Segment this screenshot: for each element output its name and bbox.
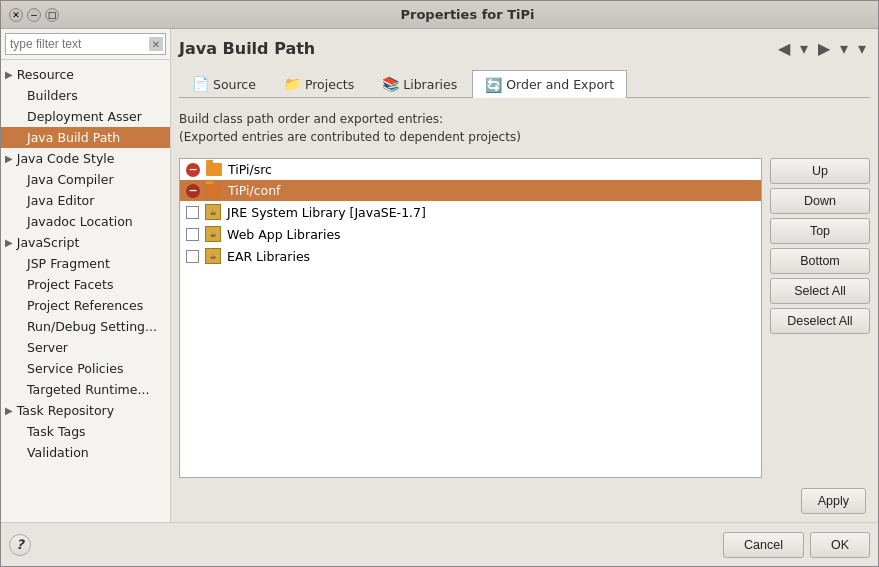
- description-line1: Build class path order and exported entr…: [179, 110, 870, 128]
- expand-arrow: ▶: [5, 405, 13, 416]
- sidebar-item-label: Task Tags: [27, 424, 86, 439]
- sidebar-item-task-tags[interactable]: Task Tags: [1, 421, 170, 442]
- description-line2: (Exported entries are contributed to dep…: [179, 128, 870, 146]
- window-title: Properties for TiPi: [65, 7, 870, 22]
- ok-button[interactable]: OK: [810, 532, 870, 558]
- jar-icon: ☕: [205, 204, 221, 220]
- entry-label: JRE System Library [JavaSE-1.7]: [227, 205, 755, 220]
- sidebar-item-label: Java Code Style: [17, 151, 115, 166]
- entry-tipi-src[interactable]: − TiPi/src: [180, 159, 761, 180]
- sidebar-item-label: JavaScript: [17, 235, 80, 250]
- top-button[interactable]: Top: [770, 218, 870, 244]
- properties-window: ✕ − □ Properties for TiPi ✕ ▶ Resource: [0, 0, 879, 567]
- sidebar-item-targeted-runtimes[interactable]: Targeted Runtime...: [1, 379, 170, 400]
- maximize-button[interactable]: □: [45, 8, 59, 22]
- tab-order-export[interactable]: 🔄 Order and Export: [472, 70, 627, 98]
- bottom-button[interactable]: Bottom: [770, 248, 870, 274]
- sidebar-item-project-facets[interactable]: Project Facets: [1, 274, 170, 295]
- entry-label: TiPi/src: [228, 162, 755, 177]
- sidebar-item-javadoc[interactable]: Javadoc Location: [1, 211, 170, 232]
- sidebar-item-jsp[interactable]: JSP Fragment: [1, 253, 170, 274]
- sidebar-item-label: Validation: [27, 445, 89, 460]
- sidebar-item-java-editor[interactable]: Java Editor: [1, 190, 170, 211]
- sidebar-item-label: Targeted Runtime...: [27, 382, 149, 397]
- folder-icon: [206, 163, 222, 176]
- back-button[interactable]: ◀: [774, 37, 794, 60]
- sidebar-item-label: Deployment Asser: [27, 109, 142, 124]
- filter-clear-button[interactable]: ✕: [149, 37, 163, 51]
- sidebar-item-server[interactable]: Server: [1, 337, 170, 358]
- tab-source[interactable]: 📄 Source: [179, 70, 269, 97]
- select-all-button[interactable]: Select All: [770, 278, 870, 304]
- minimize-button[interactable]: −: [27, 8, 41, 22]
- libraries-tab-icon: 📚: [382, 76, 399, 92]
- cancel-button[interactable]: Cancel: [723, 532, 804, 558]
- entry-tipi-conf[interactable]: − TiPi/conf: [180, 180, 761, 201]
- source-tab-icon: 📄: [192, 76, 209, 92]
- sidebar-item-java-code-style[interactable]: ▶ Java Code Style: [1, 148, 170, 169]
- sidebar-item-label: Java Editor: [27, 193, 94, 208]
- sidebar-item-validation[interactable]: Validation: [1, 442, 170, 463]
- sidebar-item-project-references[interactable]: Project References: [1, 295, 170, 316]
- sidebar-item-label: Task Repository: [17, 403, 114, 418]
- content-area: − TiPi/src − TiPi/conf ☕ JRE System: [179, 158, 870, 478]
- tab-libraries[interactable]: 📚 Libraries: [369, 70, 470, 97]
- sidebar-item-label: JSP Fragment: [27, 256, 110, 271]
- down-button[interactable]: Down: [770, 188, 870, 214]
- minus-icon: −: [186, 163, 200, 177]
- jar-icon: ☕: [205, 226, 221, 242]
- entry-web-app-libs[interactable]: ☕ Web App Libraries: [180, 223, 761, 245]
- deselect-all-button[interactable]: Deselect All: [770, 308, 870, 334]
- sidebar-item-label: Builders: [27, 88, 78, 103]
- sidebar-item-label: Server: [27, 340, 68, 355]
- main-content: ✕ ▶ Resource Builders Deployment Asser: [1, 29, 878, 522]
- search-input[interactable]: [5, 33, 166, 55]
- sidebar-item-label: Java Build Path: [27, 130, 120, 145]
- bottom-bar: ? Cancel OK: [1, 522, 878, 566]
- panel-header: Java Build Path ◀ ▾ ▶ ▾ ▾: [179, 37, 870, 60]
- sidebar-item-java-compiler[interactable]: Java Compiler: [1, 169, 170, 190]
- help-button[interactable]: ?: [9, 534, 31, 556]
- tab-projects[interactable]: 📁 Projects: [271, 70, 367, 97]
- back-dropdown[interactable]: ▾: [796, 37, 812, 60]
- jar-icon: ☕: [205, 248, 221, 264]
- tab-projects-label: Projects: [305, 77, 354, 92]
- sidebar-item-label: Project Facets: [27, 277, 113, 292]
- entry-checkbox[interactable]: [186, 228, 199, 241]
- entry-label: EAR Libraries: [227, 249, 755, 264]
- sidebar-item-task-repository[interactable]: ▶ Task Repository: [1, 400, 170, 421]
- titlebar: ✕ − □ Properties for TiPi: [1, 1, 878, 29]
- entry-checkbox[interactable]: [186, 206, 199, 219]
- close-button[interactable]: ✕: [9, 8, 23, 22]
- apply-button[interactable]: Apply: [801, 488, 866, 514]
- entry-ear-libraries[interactable]: ☕ EAR Libraries: [180, 245, 761, 267]
- sidebar-item-resource[interactable]: ▶ Resource: [1, 64, 170, 85]
- sidebar-item-javascript[interactable]: ▶ JavaScript: [1, 232, 170, 253]
- projects-tab-icon: 📁: [284, 76, 301, 92]
- entry-label: TiPi/conf: [228, 183, 755, 198]
- more-button[interactable]: ▾: [854, 37, 870, 60]
- nav-buttons: ◀ ▾ ▶ ▾ ▾: [774, 37, 870, 60]
- sidebar-item-label: Javadoc Location: [27, 214, 133, 229]
- entry-label: Web App Libraries: [227, 227, 755, 242]
- entry-jre-system[interactable]: ☕ JRE System Library [JavaSE-1.7]: [180, 201, 761, 223]
- tab-order-export-label: Order and Export: [506, 77, 614, 92]
- sidebar-item-run-debug[interactable]: Run/Debug Setting...: [1, 316, 170, 337]
- forward-button[interactable]: ▶: [814, 37, 834, 60]
- filter-box: ✕: [1, 29, 170, 60]
- sidebar-item-label: Service Policies: [27, 361, 123, 376]
- entries-list: − TiPi/src − TiPi/conf ☕ JRE System: [179, 158, 762, 478]
- entry-checkbox[interactable]: [186, 250, 199, 263]
- forward-dropdown[interactable]: ▾: [836, 37, 852, 60]
- sidebar-item-java-build-path[interactable]: Java Build Path: [1, 127, 170, 148]
- sidebar-item-label: Java Compiler: [27, 172, 114, 187]
- description: Build class path order and exported entr…: [179, 110, 870, 146]
- sidebar-list: ▶ Resource Builders Deployment Asser Jav…: [1, 60, 170, 522]
- sidebar-item-deployment[interactable]: Deployment Asser: [1, 106, 170, 127]
- apply-row: Apply: [179, 484, 870, 514]
- expand-arrow: ▶: [5, 69, 13, 80]
- up-button[interactable]: Up: [770, 158, 870, 184]
- sidebar-item-service-policies[interactable]: Service Policies: [1, 358, 170, 379]
- tab-libraries-label: Libraries: [403, 77, 457, 92]
- sidebar-item-builders[interactable]: Builders: [1, 85, 170, 106]
